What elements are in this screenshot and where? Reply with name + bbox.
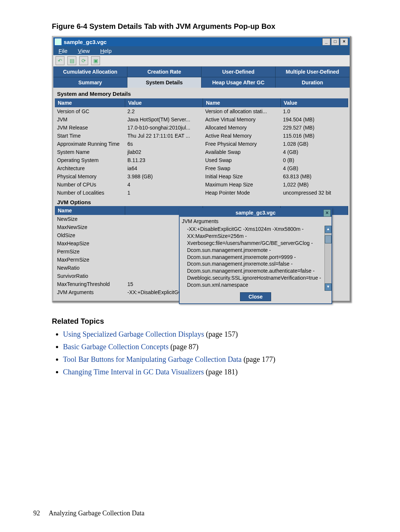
page-footer: 92 Analyzing Garbage Collection Data (33, 509, 144, 517)
toolbar: ↶ ▤ ⟳ ▣ (53, 55, 350, 67)
cell-value2: 0 (B) (281, 156, 348, 164)
scroll-down-icon[interactable]: ▼ (325, 283, 331, 291)
cell-name: Architecture (55, 164, 125, 172)
maximize-button[interactable]: □ (331, 38, 339, 46)
popup-title-text: sample_gc3.vgc (236, 210, 276, 216)
cell-value2: 115.016 (MB) (281, 132, 348, 140)
cell-name: Number of CPUs (55, 181, 125, 189)
page-number: 92 (33, 509, 40, 517)
cell-value: 3.988 (GB) (125, 172, 203, 181)
cell-value: B.11.23 (125, 156, 203, 164)
scroll-thumb[interactable] (325, 235, 331, 243)
cell-name: OldSize (55, 231, 125, 239)
menu-help[interactable]: Help (95, 48, 117, 54)
scroll-up-icon[interactable]: ▲ (325, 226, 331, 233)
table-row: Start TimeThu Jul 22 17:11:01 EAT ...Act… (55, 132, 348, 140)
jvm-options-title: JVM Options (55, 197, 348, 206)
system-table-rows: Version of GC2.2Version of allocation st… (55, 107, 348, 197)
cell-value: Thu Jul 22 17:11:01 EAT ... (125, 132, 203, 140)
figure-caption: Figure 6-4 System Details Tab with JVM A… (52, 22, 367, 31)
cell-name: System Name (55, 148, 125, 156)
cell-name: MaxTenuringThreshold (55, 280, 125, 288)
related-topics-title: Related Topics (52, 317, 367, 326)
cell-name: MaxNewSize (55, 223, 125, 231)
jvm-options-area: JVM Options Name Value NewSizeMaxNewSize… (55, 197, 348, 296)
scroll-track[interactable] (325, 233, 331, 283)
menu-view[interactable]: View (73, 48, 95, 54)
tab-duration[interactable]: Duration (276, 77, 350, 88)
cell-name: MaxPermSize (55, 256, 125, 264)
cell-value: Java HotSpot(TM) Server... (125, 115, 203, 124)
cell-name: Version of GC (55, 107, 125, 115)
related-page: (page 157) (204, 330, 238, 338)
col-value: Value (125, 98, 203, 107)
back-icon[interactable]: ↶ (56, 56, 64, 65)
table-row: Approximate Running Time6sFree Physical … (55, 140, 348, 148)
list-item: Basic Garbage Collection Concepts (page … (63, 340, 367, 353)
table-row: Architectureia64Free Swap4 (GB) (55, 164, 348, 172)
menu-file[interactable]: File (53, 48, 73, 54)
list-item: Tool Bar Buttons for Manipulating Garbag… (63, 353, 367, 366)
jvm-arguments-popup: sample_gc3.vgc × JVM Arguments -XX:+Disa… (179, 208, 332, 304)
popup-close-icon[interactable]: × (323, 209, 331, 217)
minimize-button[interactable]: _ (322, 38, 330, 46)
table-row: Version of GC2.2Version of allocation st… (55, 107, 348, 115)
close-button[interactable]: × (340, 38, 348, 46)
tab-creation-rate[interactable]: Creation Rate (127, 67, 201, 77)
cell-value2: 1.028 (GB) (281, 140, 348, 148)
system-table-header: Name Value Name Value (55, 98, 348, 107)
tabs-row-1: Cumulative Allocation Creation Rate User… (53, 67, 350, 77)
related-link[interactable]: Changing Time Interval in GC Data Visual… (63, 368, 204, 376)
cell-name: SurvivorRatio (55, 272, 125, 280)
cell-name: JVM Arguments (55, 288, 125, 296)
cell-value2: uncompressed 32 bit (281, 189, 348, 197)
tab-cumulative-allocation[interactable]: Cumulative Allocation (53, 67, 127, 77)
menu-file-rest: ile (62, 48, 67, 54)
save-icon[interactable]: ▣ (91, 56, 100, 65)
menu-help-rest: elp (104, 48, 111, 54)
cell-value: 4 (125, 181, 203, 189)
cell-name: NewRatio (55, 264, 125, 272)
table-row: Number of CPUs4Maximum Heap Size1,022 (M… (55, 181, 348, 189)
cell-value: ia64 (125, 164, 203, 172)
related-link[interactable]: Tool Bar Buttons for Manipulating Garbag… (63, 355, 241, 363)
menubar: File View Help (53, 46, 350, 55)
section-system-memory-title: System and Memory Details (55, 88, 348, 98)
application-window: sample_gc3.vgc _ □ × File View Help ↶ ▤ … (52, 36, 351, 302)
cell-name: NewSize (55, 215, 125, 223)
related-page: (page 87) (169, 343, 199, 351)
document-icon[interactable]: ▤ (67, 56, 76, 65)
list-item: Using Specialized Garbage Collection Dis… (63, 328, 367, 340)
cell-value: 6s (125, 140, 203, 148)
col-name: Name (55, 98, 125, 107)
cell-name: Operating System (55, 156, 125, 164)
titlebar[interactable]: sample_gc3.vgc _ □ × (53, 37, 350, 46)
related-link[interactable]: Basic Garbage Collection Concepts (63, 343, 169, 351)
tab-summary[interactable]: Summary (53, 77, 127, 88)
popup-close-button[interactable]: Close (240, 292, 271, 301)
related-topics-list: Using Specialized Garbage Collection Dis… (63, 328, 367, 378)
col-name2: Name (203, 98, 281, 107)
cell-value: 1 (125, 189, 203, 197)
cell-value: jlab02 (125, 148, 203, 156)
cell-value2: 63.813 (MB) (281, 172, 348, 181)
related-page: (page 181) (204, 368, 238, 376)
list-item: Changing Time Interval in GC Data Visual… (63, 366, 367, 378)
refresh-icon[interactable]: ⟳ (79, 56, 88, 65)
tab-system-details[interactable]: System Details (127, 77, 201, 88)
content-area: System and Memory Details Name Value Nam… (53, 88, 350, 301)
tab-heap-usage[interactable]: Heap Usage After GC (201, 77, 276, 88)
cell-name2: Maximum Heap Size (203, 181, 281, 189)
cell-name2: Version of allocation stati... (203, 107, 281, 115)
cell-name: JVM (55, 115, 125, 124)
cell-name2: Free Swap (203, 164, 281, 172)
tab-multiple-user-defined[interactable]: Multiple User-Defined (276, 67, 350, 77)
window-title: sample_gc3.vgc (64, 39, 107, 45)
table-row: Operating SystemB.11.23Used Swap0 (B) (55, 156, 348, 164)
cell-name: PermSize (55, 248, 125, 256)
related-link[interactable]: Using Specialized Garbage Collection Dis… (63, 330, 204, 338)
popup-scrollbar[interactable]: ▲ ▼ (324, 226, 331, 291)
cell-value2: 1,022 (MB) (281, 181, 348, 189)
tab-user-defined[interactable]: User-Defined (201, 67, 276, 77)
popup-titlebar[interactable]: sample_gc3.vgc × (180, 209, 331, 217)
